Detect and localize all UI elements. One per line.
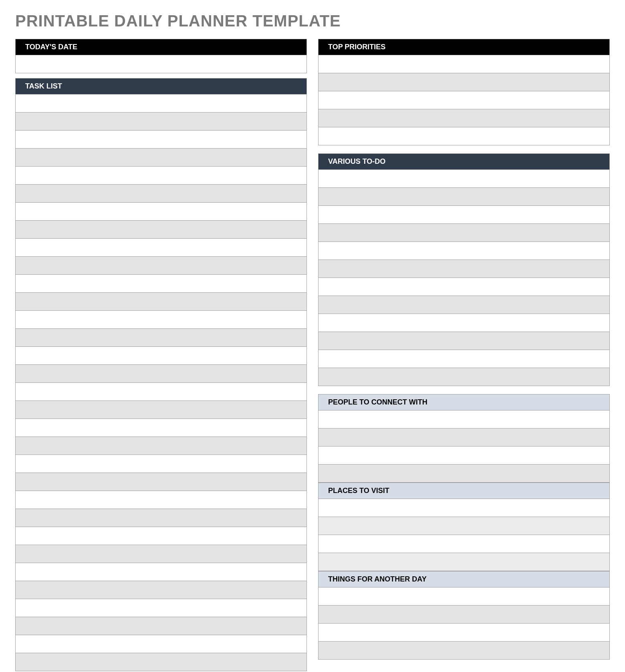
priority-row[interactable]: [318, 109, 610, 127]
priority-row[interactable]: [318, 91, 610, 109]
things-header: THINGS FOR ANOTHER DAY: [318, 571, 610, 587]
task-row[interactable]: [15, 113, 307, 131]
things-row[interactable]: [318, 587, 610, 606]
task-row[interactable]: [15, 581, 307, 599]
task-row[interactable]: [15, 383, 307, 401]
task-row[interactable]: [15, 347, 307, 365]
places-row[interactable]: [318, 517, 610, 535]
task-row[interactable]: [15, 599, 307, 617]
priority-row[interactable]: [318, 73, 610, 91]
priority-row[interactable]: [318, 127, 610, 145]
task-row[interactable]: [15, 221, 307, 239]
todays-date-row[interactable]: [15, 55, 307, 73]
todo-row[interactable]: [318, 296, 610, 314]
todo-row[interactable]: [318, 350, 610, 368]
people-row[interactable]: [318, 465, 610, 483]
right-column: TOP PRIORITIES VARIOUS TO-DO PEOPLE TO C…: [318, 39, 610, 671]
places-row[interactable]: [318, 499, 610, 517]
todo-row[interactable]: [318, 224, 610, 242]
task-list-header: TASK LIST: [15, 78, 307, 95]
planner-columns: TODAY'S DATE TASK LIST: [15, 39, 610, 671]
task-row[interactable]: [15, 545, 307, 563]
task-row[interactable]: [15, 185, 307, 203]
things-row[interactable]: [318, 606, 610, 624]
todo-row[interactable]: [318, 332, 610, 350]
todo-row[interactable]: [318, 188, 610, 206]
task-row[interactable]: [15, 365, 307, 383]
page-title: PRINTABLE DAILY PLANNER TEMPLATE: [15, 12, 610, 30]
task-row[interactable]: [15, 329, 307, 347]
task-row[interactable]: [15, 617, 307, 635]
task-row[interactable]: [15, 455, 307, 473]
people-row[interactable]: [318, 429, 610, 447]
task-row[interactable]: [15, 527, 307, 545]
todo-row[interactable]: [318, 260, 610, 278]
task-row[interactable]: [15, 437, 307, 455]
todo-row[interactable]: [318, 206, 610, 224]
priority-row[interactable]: [318, 55, 610, 73]
todays-date-header: TODAY'S DATE: [15, 39, 307, 55]
task-row[interactable]: [15, 401, 307, 419]
places-row[interactable]: [318, 535, 610, 553]
task-row[interactable]: [15, 167, 307, 185]
task-row[interactable]: [15, 239, 307, 257]
todo-row[interactable]: [318, 278, 610, 296]
task-row[interactable]: [15, 653, 307, 671]
todo-row[interactable]: [318, 242, 610, 260]
task-row[interactable]: [15, 257, 307, 275]
task-row[interactable]: [15, 509, 307, 527]
task-row[interactable]: [15, 419, 307, 437]
task-row[interactable]: [15, 149, 307, 167]
things-row[interactable]: [318, 642, 610, 660]
people-row[interactable]: [318, 410, 610, 429]
various-todo-header: VARIOUS TO-DO: [318, 153, 610, 170]
task-row[interactable]: [15, 203, 307, 221]
task-row[interactable]: [15, 491, 307, 509]
todo-row[interactable]: [318, 170, 610, 188]
task-row[interactable]: [15, 635, 307, 653]
places-header: PLACES TO VISIT: [318, 483, 610, 499]
people-header: PEOPLE TO CONNECT WITH: [318, 394, 610, 410]
task-row[interactable]: [15, 275, 307, 293]
task-row[interactable]: [15, 563, 307, 581]
task-row[interactable]: [15, 131, 307, 149]
task-row[interactable]: [15, 311, 307, 329]
task-row[interactable]: [15, 293, 307, 311]
top-priorities-header: TOP PRIORITIES: [318, 39, 610, 55]
left-column: TODAY'S DATE TASK LIST: [15, 39, 307, 671]
people-row[interactable]: [318, 447, 610, 465]
todo-row[interactable]: [318, 314, 610, 332]
places-row[interactable]: [318, 553, 610, 571]
things-row[interactable]: [318, 624, 610, 642]
task-row[interactable]: [15, 95, 307, 113]
task-row[interactable]: [15, 473, 307, 491]
todo-row[interactable]: [318, 368, 610, 386]
